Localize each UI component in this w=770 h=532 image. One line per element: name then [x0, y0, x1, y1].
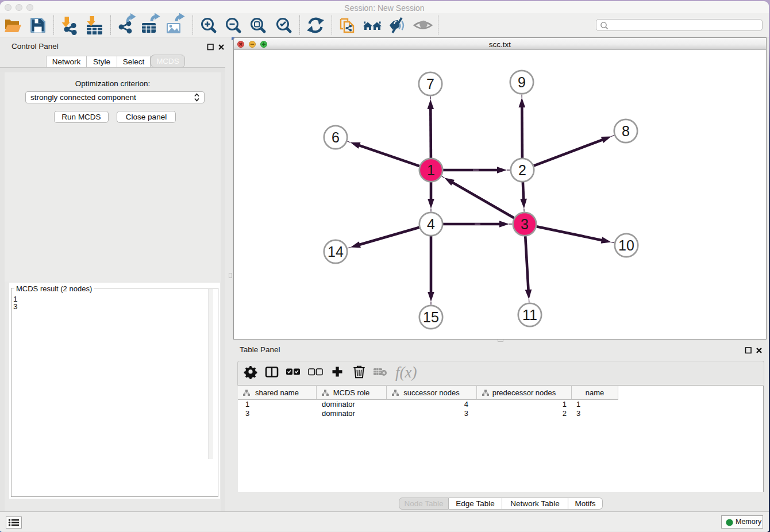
svg-text:10: 10	[618, 237, 634, 253]
svg-text:14: 14	[328, 244, 344, 260]
svg-text:1: 1	[427, 162, 435, 178]
svg-text:f(x): f(x)	[395, 364, 417, 381]
svg-text:7: 7	[426, 76, 434, 92]
svg-text:8: 8	[622, 123, 630, 139]
svg-text:6: 6	[332, 129, 340, 145]
svg-text:2: 2	[518, 162, 526, 178]
svg-text:11: 11	[522, 307, 537, 323]
svg-text:3: 3	[521, 216, 529, 232]
svg-text:15: 15	[423, 309, 439, 325]
svg-text:9: 9	[518, 74, 526, 90]
svg-text:4: 4	[427, 216, 435, 232]
